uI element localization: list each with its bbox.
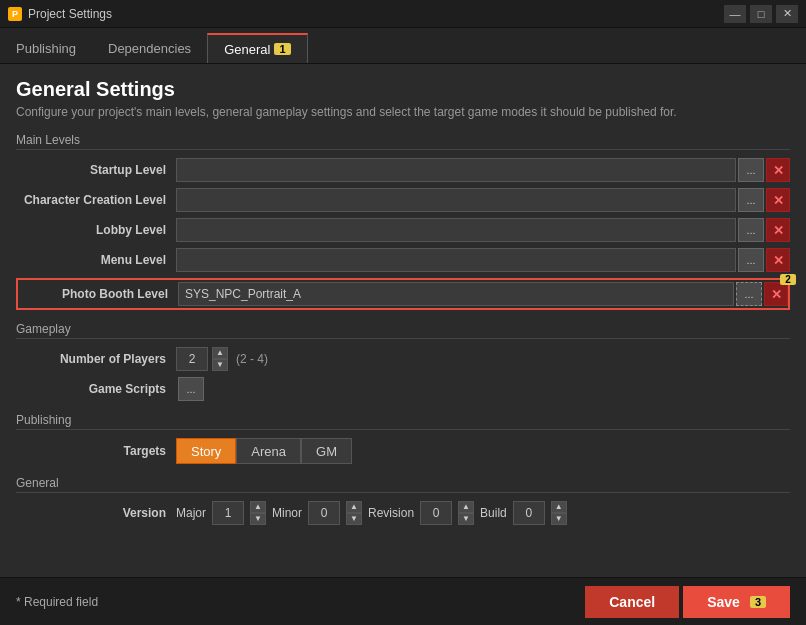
- startup-level-clear-button[interactable]: ✕: [766, 158, 790, 182]
- major-arrows: ▲ ▼: [250, 501, 266, 525]
- build-arrows: ▲ ▼: [551, 501, 567, 525]
- revision-up[interactable]: ▲: [458, 501, 474, 513]
- save-badge: 3: [750, 596, 766, 608]
- build-down[interactable]: ▼: [551, 513, 567, 525]
- number-of-players-down[interactable]: ▼: [212, 359, 228, 371]
- startup-level-row: Startup Level ... ✕: [16, 158, 790, 182]
- lobby-level-input[interactable]: [176, 218, 736, 242]
- minimize-button[interactable]: —: [724, 5, 746, 23]
- major-value: 1: [212, 501, 244, 525]
- menu-level-input[interactable]: [176, 248, 736, 272]
- targets-label: Targets: [16, 444, 176, 458]
- major-label: Major: [176, 506, 206, 520]
- main-levels-section: Main Levels Startup Level ... ✕ Characte…: [16, 133, 790, 310]
- character-creation-level-browse-button[interactable]: ...: [738, 188, 764, 212]
- menu-level-clear-button[interactable]: ✕: [766, 248, 790, 272]
- title-bar-left: P Project Settings: [8, 7, 112, 21]
- photo-booth-level-browse-button[interactable]: ...: [736, 282, 762, 306]
- general-section: General Version Major 1 ▲ ▼ Minor 0 ▲ ▼: [16, 476, 790, 525]
- photo-booth-badge: 2: [780, 274, 796, 285]
- title-bar: P Project Settings — □ ✕: [0, 0, 806, 28]
- game-scripts-row: Game Scripts ...: [16, 377, 790, 401]
- revision-arrows: ▲ ▼: [458, 501, 474, 525]
- lobby-level-browse-button[interactable]: ...: [738, 218, 764, 242]
- tab-general[interactable]: General 1: [207, 33, 307, 63]
- version-label: Version: [16, 506, 176, 520]
- target-arena-button[interactable]: Arena: [236, 438, 301, 464]
- minor-value: 0: [308, 501, 340, 525]
- startup-level-browse-button[interactable]: ...: [738, 158, 764, 182]
- character-creation-level-input[interactable]: [176, 188, 736, 212]
- photo-booth-level-label: Photo Booth Level: [18, 287, 178, 301]
- minor-up[interactable]: ▲: [346, 501, 362, 513]
- minor-down[interactable]: ▼: [346, 513, 362, 525]
- save-button[interactable]: Save 3: [683, 586, 790, 618]
- target-gm-button[interactable]: GM: [301, 438, 352, 464]
- menu-level-label: Menu Level: [16, 253, 176, 267]
- main-content: General Settings Configure your project'…: [0, 64, 806, 577]
- publishing-section: Publishing Targets Story Arena GM: [16, 413, 790, 464]
- tab-publishing[interactable]: Publishing: [0, 33, 92, 63]
- build-label: Build: [480, 506, 507, 520]
- number-of-players-spinner: 2 ▲ ▼ (2 - 4): [176, 347, 268, 371]
- page-title: General Settings: [16, 78, 790, 101]
- number-of-players-label: Number of Players: [16, 352, 176, 366]
- targets-group: Story Arena GM: [176, 438, 352, 464]
- gameplay-section: Gameplay Number of Players 2 ▲ ▼ (2 - 4)…: [16, 322, 790, 401]
- cancel-button[interactable]: Cancel: [585, 586, 679, 618]
- required-field-text: * Required field: [16, 595, 98, 609]
- page-description: Configure your project's main levels, ge…: [16, 105, 790, 119]
- build-up[interactable]: ▲: [551, 501, 567, 513]
- minor-arrows: ▲ ▼: [346, 501, 362, 525]
- game-scripts-browse-button[interactable]: ...: [178, 377, 204, 401]
- photo-booth-level-row: Photo Booth Level ... ✕ 2: [16, 278, 790, 310]
- number-of-players-arrows: ▲ ▼: [212, 347, 228, 371]
- minor-label: Minor: [272, 506, 302, 520]
- revision-label: Revision: [368, 506, 414, 520]
- tab-general-badge: 1: [274, 43, 290, 55]
- menu-level-browse-button[interactable]: ...: [738, 248, 764, 272]
- targets-row: Targets Story Arena GM: [16, 438, 790, 464]
- character-creation-level-label: Character Creation Level: [16, 193, 176, 207]
- major-down[interactable]: ▼: [250, 513, 266, 525]
- main-levels-header: Main Levels: [16, 133, 790, 150]
- footer: * Required field Cancel Save 3: [0, 577, 806, 625]
- photo-booth-level-input[interactable]: [178, 282, 734, 306]
- photo-booth-level-clear-button[interactable]: ✕: [764, 282, 788, 306]
- close-button[interactable]: ✕: [776, 5, 798, 23]
- publishing-header: Publishing: [16, 413, 790, 430]
- menu-level-row: Menu Level ... ✕: [16, 248, 790, 272]
- character-creation-level-clear-button[interactable]: ✕: [766, 188, 790, 212]
- general-section-header: General: [16, 476, 790, 493]
- build-value: 0: [513, 501, 545, 525]
- revision-value: 0: [420, 501, 452, 525]
- revision-down[interactable]: ▼: [458, 513, 474, 525]
- number-of-players-value: 2: [176, 347, 208, 371]
- tab-bar: Publishing Dependencies General 1: [0, 28, 806, 64]
- app-icon: P: [8, 7, 22, 21]
- window-title: Project Settings: [28, 7, 112, 21]
- lobby-level-clear-button[interactable]: ✕: [766, 218, 790, 242]
- game-scripts-label: Game Scripts: [16, 382, 176, 396]
- gameplay-header: Gameplay: [16, 322, 790, 339]
- major-up[interactable]: ▲: [250, 501, 266, 513]
- number-of-players-up[interactable]: ▲: [212, 347, 228, 359]
- startup-level-input[interactable]: [176, 158, 736, 182]
- maximize-button[interactable]: □: [750, 5, 772, 23]
- tab-dependencies[interactable]: Dependencies: [92, 33, 207, 63]
- lobby-level-label: Lobby Level: [16, 223, 176, 237]
- startup-level-label: Startup Level: [16, 163, 176, 177]
- target-story-button[interactable]: Story: [176, 438, 236, 464]
- window-controls: — □ ✕: [724, 5, 798, 23]
- lobby-level-row: Lobby Level ... ✕: [16, 218, 790, 242]
- footer-buttons: Cancel Save 3: [585, 586, 790, 618]
- number-of-players-row: Number of Players 2 ▲ ▼ (2 - 4): [16, 347, 790, 371]
- number-of-players-range: (2 - 4): [236, 352, 268, 366]
- version-row: Version Major 1 ▲ ▼ Minor 0 ▲ ▼ Revision…: [16, 501, 790, 525]
- version-group: Major 1 ▲ ▼ Minor 0 ▲ ▼ Revision 0 ▲: [176, 501, 567, 525]
- character-creation-level-row: Character Creation Level ... ✕: [16, 188, 790, 212]
